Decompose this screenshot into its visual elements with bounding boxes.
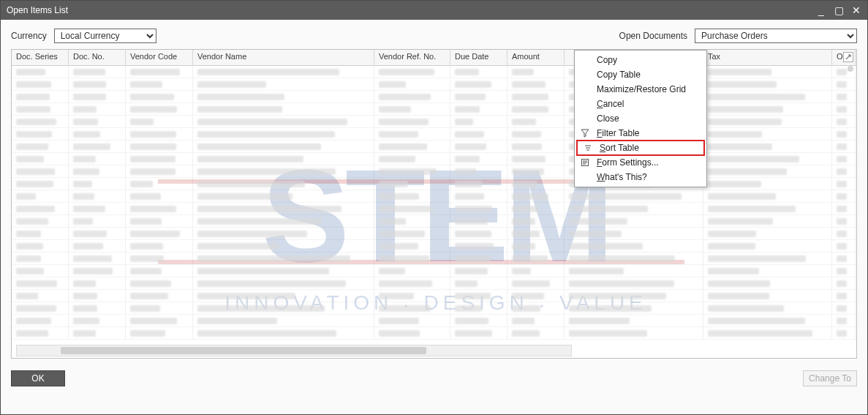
scrollbar-thumb[interactable] (61, 347, 426, 354)
menu-item-sort-table[interactable]: Sort Table (576, 140, 705, 156)
table-row[interactable] (12, 103, 856, 116)
context-menu[interactable]: CopyCopy TableMaximize/Restore GridCance… (574, 50, 707, 187)
column-header[interactable]: Doc. Series (12, 50, 69, 65)
column-header[interactable]: Vendor Ref. No. (374, 50, 450, 65)
minimize-icon[interactable]: _ (816, 4, 826, 16)
open-items-window: Open Items List _ ▢ ✕ Currency Local Cur… (0, 0, 868, 415)
table-row[interactable] (12, 116, 856, 128)
table-row[interactable] (12, 203, 856, 215)
table-row[interactable] (12, 315, 856, 327)
table-row[interactable] (12, 128, 856, 141)
open-documents-select[interactable]: Purchase Orders (695, 29, 857, 43)
currency-label: Currency (11, 31, 47, 41)
column-header[interactable]: Vendor Name (193, 50, 374, 65)
grid-header: Doc. SeriesDoc. No.Vendor CodeVendor Nam… (12, 50, 856, 66)
table-row[interactable] (12, 91, 856, 103)
column-header[interactable]: Tax (703, 50, 832, 65)
table-row[interactable] (12, 277, 856, 290)
column-header[interactable]: Doc. No. (69, 50, 126, 65)
table-row[interactable] (12, 228, 856, 240)
currency-select[interactable]: Local Currency (54, 29, 156, 43)
change-to-button[interactable]: Change To (803, 370, 857, 386)
table-row[interactable] (12, 66, 856, 78)
horizontal-scrollbar[interactable] (16, 345, 572, 356)
form-icon (579, 157, 591, 168)
column-header[interactable]: Due Date (450, 50, 507, 65)
table-row[interactable] (12, 327, 856, 340)
table-row[interactable] (12, 302, 856, 315)
menu-item-copy-table[interactable]: Copy Table (575, 67, 706, 82)
table-row[interactable] (12, 265, 856, 277)
filter-icon (579, 127, 591, 139)
table-row[interactable] (12, 190, 856, 203)
menu-item-filter-table[interactable]: Filter Table (575, 126, 706, 141)
column-header[interactable]: Amount (507, 50, 565, 65)
sort-icon (582, 142, 594, 154)
footer: OK Change To (1, 359, 867, 398)
table-row[interactable] (12, 153, 856, 165)
window-title: Open Items List (7, 5, 816, 15)
table-row[interactable] (12, 78, 856, 91)
grid-body[interactable]: STEM® INNOVATION•DESIGN•VALUE (12, 66, 856, 343)
maximize-icon[interactable]: ▢ (834, 4, 844, 16)
table-row[interactable] (12, 165, 856, 178)
menu-item-form-settings[interactable]: Form Settings... (575, 155, 706, 170)
titlebar: Open Items List _ ▢ ✕ (1, 1, 867, 20)
table-row[interactable] (12, 240, 856, 253)
data-grid[interactable]: Doc. SeriesDoc. No.Vendor CodeVendor Nam… (11, 49, 857, 359)
table-row[interactable] (12, 290, 856, 302)
close-icon[interactable]: ✕ (851, 4, 861, 16)
window-controls: _ ▢ ✕ (816, 4, 861, 16)
ok-button[interactable]: OK (11, 370, 65, 386)
menu-item-close[interactable]: Close (575, 111, 706, 126)
table-row[interactable] (12, 215, 856, 228)
menu-item-what-s-this[interactable]: What's This? (575, 170, 706, 184)
filter-bar: Currency Local Currency Open Documents P… (1, 20, 867, 49)
column-header[interactable]: Vendor Code (126, 50, 193, 65)
menu-item-copy[interactable]: Copy (575, 53, 706, 67)
expand-grid-icon[interactable] (843, 52, 853, 62)
menu-item-maximize-restore-grid[interactable]: Maximize/Restore Grid (575, 82, 706, 97)
menu-item-cancel[interactable]: Cancel (575, 97, 706, 111)
open-documents-label: Open Documents (619, 31, 687, 41)
table-row[interactable] (12, 141, 856, 153)
